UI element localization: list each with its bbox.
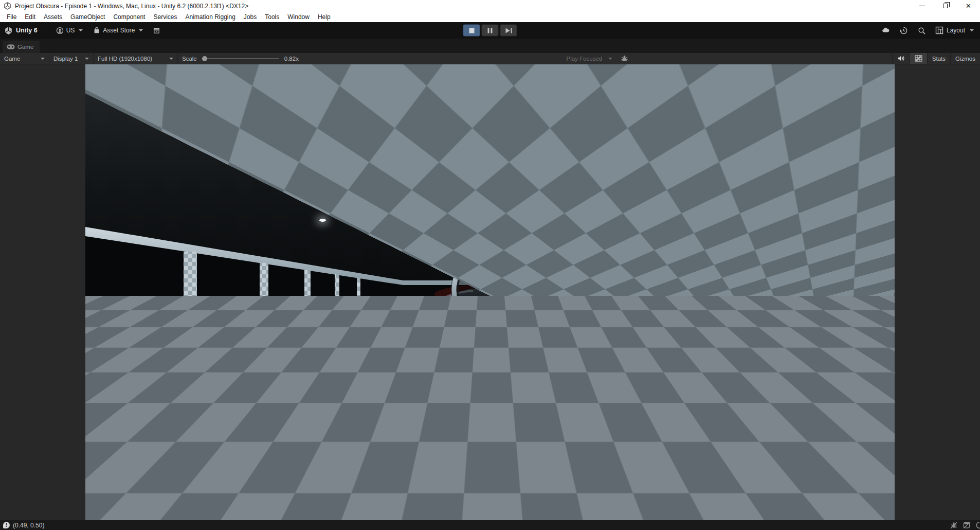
play-focused-caret-icon <box>608 58 612 60</box>
play-controls <box>463 25 517 37</box>
speaker-icon <box>897 55 905 62</box>
gizmos-label: Gizmos <box>955 56 975 62</box>
main-toolbar: Unity 6 US Asset Store <box>0 22 980 39</box>
gizmos-toggle-button[interactable]: Gizmos <box>950 53 980 64</box>
play-focused-dropdown[interactable]: Play Focused <box>562 53 617 64</box>
window-title: Project Obscura - Episode 1 - Windows, M… <box>15 3 248 10</box>
menu-item-tools[interactable]: Tools <box>261 12 283 22</box>
minimize-button[interactable] <box>911 0 934 12</box>
menu-item-help[interactable]: Help <box>314 12 335 22</box>
stats-label: Stats <box>932 56 946 62</box>
mute-audio-button[interactable] <box>892 53 910 64</box>
close-button[interactable]: ✕ <box>957 0 980 12</box>
debugger-disabled-icon[interactable] <box>950 521 958 529</box>
unity-version-label: Unity 6 <box>16 27 38 34</box>
tab-game-label: Game <box>17 44 33 50</box>
activity-spinner-icon <box>975 521 980 529</box>
play-focused-label: Play Focused <box>567 56 603 62</box>
stats-toggle-button[interactable]: Stats <box>927 53 950 64</box>
debug-line-scope-angle: Scope Angle (0.00, 0.00, 0.00) <box>777 96 892 107</box>
debug-line-isgrounded: IsGrounded False <box>777 107 892 117</box>
game-toolbar-spacer <box>303 53 562 64</box>
unity-logo-icon <box>4 26 13 35</box>
account-label: US <box>66 27 75 34</box>
play-button[interactable] <box>463 25 480 37</box>
debug-overlay: FPS 50 (avg 50) Velocity (World) (0.00, … <box>777 65 892 117</box>
tab-game[interactable]: Game <box>3 41 40 53</box>
scale-value: 0.82x <box>284 56 299 62</box>
debug-line-velocity-local: Velocity (Local) (0.00, 0.00, 0.00) <box>777 86 892 96</box>
layout-caret-icon <box>970 29 974 31</box>
pause-icon <box>488 28 493 33</box>
frame-debugger-button[interactable] <box>616 53 632 64</box>
game-view-mode-caret-icon <box>41 58 45 60</box>
unity-app-icon <box>4 2 11 10</box>
display-label: Display 1 <box>53 56 78 62</box>
menu-item-services[interactable]: Services <box>149 12 181 22</box>
menu-item-gameobject[interactable]: GameObject <box>66 12 109 22</box>
rifle-scope <box>85 64 895 520</box>
scale-label: Scale <box>182 56 197 62</box>
display-caret-icon <box>85 58 89 60</box>
minimize-icon <box>919 6 925 6</box>
toolbar-separator <box>45 26 45 34</box>
status-coordinates: (0.49, 0.50) <box>13 522 44 529</box>
scale-slider[interactable] <box>202 58 279 59</box>
menu-item-animation-rigging[interactable]: Animation Rigging <box>181 12 239 22</box>
menu-item-jobs[interactable]: Jobs <box>240 12 261 22</box>
menu-item-file[interactable]: File <box>3 12 21 22</box>
menu-item-component[interactable]: Component <box>109 12 149 22</box>
asset-store-dropdown[interactable]: Asset Store <box>89 26 146 35</box>
scale-slider-thumb[interactable] <box>202 56 207 61</box>
game-view-toolbar: Game Display 1 Full HD (1920x1080) Scale… <box>0 53 980 64</box>
display-dropdown[interactable]: Display 1 <box>49 53 94 64</box>
close-icon: ✕ <box>966 3 971 9</box>
layout-dropdown[interactable]: Layout <box>935 26 974 35</box>
gamepad-icon <box>7 44 15 49</box>
game-render[interactable]: FPS 50 (avg 50) Velocity (World) (0.00, … <box>85 64 895 520</box>
menu-item-edit[interactable]: Edit <box>21 12 40 22</box>
asset-store-caret-icon <box>139 29 143 31</box>
resolution-dropdown[interactable]: Full HD (1920x1080) <box>94 53 178 64</box>
archive-icon <box>152 26 161 35</box>
menu-bar: File Edit Assets GameObject Component Se… <box>0 12 980 22</box>
menu-item-window[interactable]: Window <box>283 12 314 22</box>
resolution-caret-icon <box>169 58 173 60</box>
layout-icon <box>935 26 944 35</box>
tab-bar: Game <box>0 39 980 53</box>
debug-line-fps: FPS 50 (avg 50) <box>777 65 892 76</box>
unity-editor-window: Project Obscura - Episode 1 - Windows, M… <box>0 0 980 530</box>
debug-line-velocity-world: Velocity (World) (0.00, 0.00, 0.00) <box>777 76 892 86</box>
menu-item-assets[interactable]: Assets <box>40 12 66 22</box>
account-icon <box>56 26 64 35</box>
step-icon <box>505 28 512 33</box>
game-view-mode-label: Game <box>4 56 20 62</box>
game-toolbar-spacer-2 <box>632 53 892 64</box>
account-dropdown[interactable]: US <box>52 26 86 35</box>
history-icon[interactable] <box>899 26 908 35</box>
layout-label: Layout <box>947 27 965 34</box>
search-icon[interactable] <box>917 26 926 35</box>
scale-control: Scale 0.82x <box>178 53 303 64</box>
vsync-toggle-button[interactable] <box>910 53 927 64</box>
pause-button[interactable] <box>482 25 499 37</box>
resolution-label: Full HD (1920x1080) <box>98 56 152 62</box>
vsync-grid-icon <box>915 55 922 62</box>
asset-store-bag-icon <box>92 26 101 35</box>
console-message-icon[interactable]: ! <box>3 522 10 528</box>
cache-server-icon[interactable] <box>963 521 971 529</box>
restore-button[interactable] <box>934 0 957 12</box>
bug-icon <box>621 55 628 62</box>
account-caret-icon <box>79 29 83 31</box>
restore-icon <box>943 4 948 8</box>
game-view-area: FPS 50 (avg 50) Velocity (World) (0.00, … <box>0 64 980 520</box>
asset-store-label: Asset Store <box>103 27 135 34</box>
game-view-mode-dropdown[interactable]: Game <box>0 53 49 64</box>
status-bar: ! (0.49, 0.50) <box>0 520 980 530</box>
package-manager-button[interactable] <box>149 26 164 35</box>
play-active-icon <box>469 28 474 33</box>
step-button[interactable] <box>500 25 517 37</box>
cloud-icon[interactable] <box>881 26 890 35</box>
titlebar: Project Obscura - Episode 1 - Windows, M… <box>0 0 980 12</box>
